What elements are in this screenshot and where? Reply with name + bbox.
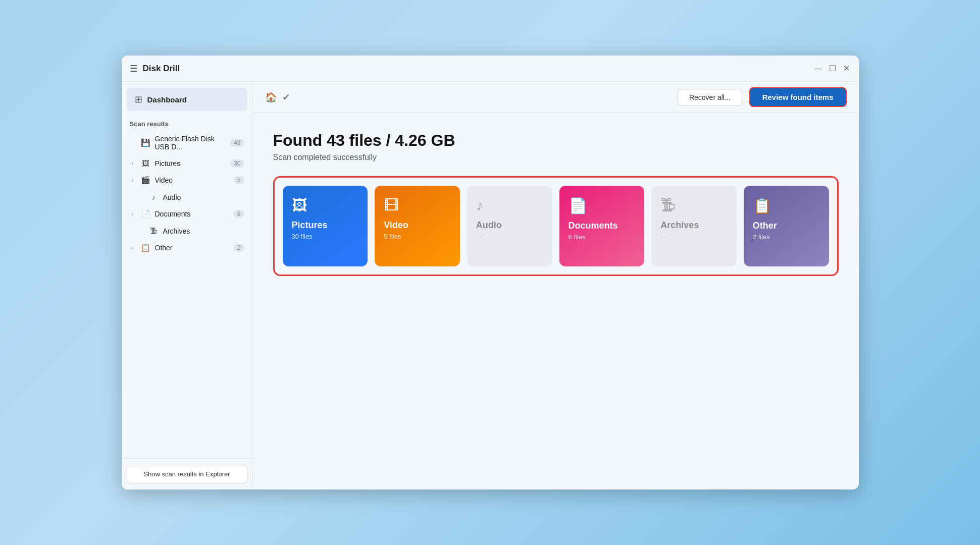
sidebar-item-pictures[interactable]: › 🖼 Pictures 30: [125, 155, 249, 171]
archives-card-count: —: [660, 233, 667, 240]
archives-label: Archives: [163, 227, 244, 235]
pictures-card-icon: 🖼: [292, 197, 307, 214]
sidebar-item-dashboard[interactable]: ⊞ Dashboard: [127, 88, 247, 111]
app-title: Disk Drill: [143, 64, 180, 74]
card-other[interactable]: 📋 Other 2 files: [744, 186, 829, 266]
video-card-count: 5 files: [384, 233, 401, 240]
sidebar-item-audio[interactable]: ♪ Audio: [125, 189, 249, 205]
video-card-label: Video: [384, 220, 408, 231]
content-area: 🏠 ✔ Recover all... Review found items Fo…: [253, 82, 859, 489]
recover-all-button[interactable]: Recover all...: [678, 89, 742, 106]
close-button[interactable]: ✕: [843, 65, 851, 73]
card-audio[interactable]: ♪ Audio —: [467, 186, 552, 266]
sidebar-item-video[interactable]: › 🎬 Video 5: [125, 172, 249, 188]
audio-card-label: Audio: [476, 220, 502, 231]
other-card-label: Other: [753, 221, 777, 231]
documents-label: Documents: [155, 210, 234, 218]
top-bar-nav: 🏠 ✔: [265, 91, 290, 103]
card-archives[interactable]: 🗜 Archives —: [651, 186, 737, 266]
pictures-card-count: 30 files: [292, 233, 313, 240]
title-bar: ☰ Disk Drill — ☐ ✕: [122, 56, 859, 82]
main-content: Found 43 files / 4.26 GB Scan completed …: [253, 113, 859, 489]
card-documents[interactable]: 📄 Documents 6 files: [559, 186, 645, 266]
home-button[interactable]: 🏠: [265, 91, 277, 103]
other-card-count: 2 files: [753, 233, 770, 241]
other-card-icon: 📋: [753, 197, 771, 214]
audio-label: Audio: [163, 193, 244, 201]
app-window: ☰ Disk Drill — ☐ ✕ ⊞ Dashboard Scan resu…: [122, 56, 859, 489]
dashboard-label: Dashboard: [147, 95, 187, 104]
chevron-right-icon: ›: [132, 178, 138, 183]
sidebar-item-documents[interactable]: › 📄 Documents 6: [125, 206, 249, 222]
pictures-count: 30: [230, 159, 244, 168]
hamburger-icon[interactable]: ☰: [130, 63, 138, 74]
documents-card-icon: 📄: [569, 197, 587, 214]
documents-count: 6: [234, 210, 244, 218]
minimize-button[interactable]: —: [814, 65, 822, 73]
top-bar: 🏠 ✔ Recover all... Review found items: [253, 82, 859, 113]
pictures-icon: 🖼: [141, 159, 151, 168]
title-bar-controls: — ☐ ✕: [814, 65, 851, 73]
maximize-button[interactable]: ☐: [829, 65, 837, 73]
chevron-right-icon: ›: [132, 211, 138, 217]
check-icon: ✔: [282, 91, 290, 103]
archives-icon: 🗜: [149, 227, 159, 235]
pictures-label: Pictures: [155, 159, 231, 168]
main-layout: ⊞ Dashboard Scan results 💾 Generic Flash…: [122, 82, 859, 489]
title-bar-left: ☰ Disk Drill: [130, 63, 814, 74]
sidebar-footer: Show scan results in Explorer: [122, 458, 252, 489]
video-label: Video: [155, 176, 234, 184]
other-icon: 📋: [141, 243, 151, 252]
sidebar-item-device[interactable]: 💾 Generic Flash Disk USB D... 43: [125, 131, 249, 154]
video-icon: 🎬: [141, 176, 151, 185]
device-count: 43: [230, 139, 244, 147]
card-video[interactable]: 🎞 Video 5 files: [375, 186, 460, 266]
found-title: Found 43 files / 4.26 GB: [273, 131, 839, 150]
file-type-cards: 🖼 Pictures 30 files 🎞 Video 5 files ♪ Au…: [273, 176, 839, 276]
documents-icon: 📄: [141, 209, 151, 219]
archives-card-label: Archives: [660, 220, 699, 231]
sidebar-spacer: [122, 256, 252, 458]
sidebar-item-archives[interactable]: 🗜 Archives: [125, 223, 249, 239]
sidebar-item-other[interactable]: › 📋 Other 2: [125, 240, 249, 256]
audio-card-count: —: [476, 233, 483, 240]
pictures-card-label: Pictures: [292, 220, 328, 231]
device-label: Generic Flash Disk USB D...: [155, 135, 231, 151]
scan-status: Scan completed successfully: [273, 153, 839, 162]
audio-card-icon: ♪: [476, 197, 484, 214]
chevron-right-icon: ›: [132, 160, 138, 166]
video-card-icon: 🎞: [384, 197, 399, 214]
audio-icon: ♪: [149, 193, 159, 201]
archives-card-icon: 🗜: [660, 197, 676, 214]
show-explorer-button[interactable]: Show scan results in Explorer: [127, 465, 247, 483]
documents-card-count: 6 files: [569, 233, 586, 241]
grid-icon: ⊞: [135, 94, 142, 105]
documents-card-label: Documents: [569, 221, 618, 231]
card-pictures[interactable]: 🖼 Pictures 30 files: [283, 186, 368, 266]
sidebar: ⊞ Dashboard Scan results 💾 Generic Flash…: [122, 82, 253, 489]
video-count: 5: [234, 176, 244, 184]
scan-results-heading: Scan results: [122, 113, 252, 131]
review-found-items-button[interactable]: Review found items: [749, 87, 847, 107]
device-icon: 💾: [141, 138, 151, 147]
chevron-right-icon: ›: [132, 245, 138, 251]
other-count: 2: [234, 244, 244, 252]
other-label: Other: [155, 244, 234, 252]
